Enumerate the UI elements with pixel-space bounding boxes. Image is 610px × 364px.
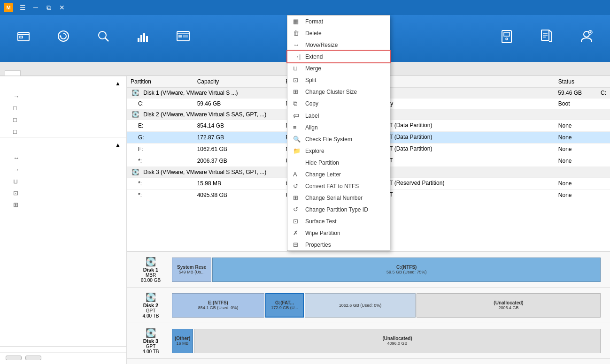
data-recovery-icon <box>56 29 71 47</box>
restore-button[interactable]: ⧉ <box>43 2 54 13</box>
disk-map-row-2: 💽 Disk 2 GPT 4.00 TBE:(NTFS) 854.1 GB (U… <box>127 288 610 323</box>
toolbar-partition-recovery[interactable] <box>85 25 122 53</box>
undo-button[interactable] <box>25 356 41 360</box>
disk-part-1-0[interactable]: System Rese 549 MB (Us... <box>172 258 211 282</box>
disk-part-2-1[interactable]: G:(FAT... 172.9 GB (U... <box>265 293 304 318</box>
disk-part-3-1[interactable]: (Unallocated) 4096.0 GB <box>194 329 601 353</box>
sidebar-move-resize[interactable]: ↔ <box>0 152 126 164</box>
copy-icon: ⧉ <box>293 100 301 107</box>
toolbar-space-analyzer[interactable] <box>164 25 202 53</box>
wizard-section[interactable]: ▲ <box>0 76 126 91</box>
minimize-button[interactable]: ─ <box>30 2 41 13</box>
context-menu-item-explore[interactable]: 📁 Explore <box>287 145 390 157</box>
context-menu-label-align: Align <box>305 124 318 131</box>
sidebar-copy-partition[interactable]: □ <box>0 102 126 114</box>
disk-map-area: 💽 Disk 1 MBR 60.00 GBSystem Rese 549 MB … <box>127 251 610 364</box>
context-menu-item-change-serial[interactable]: ⊞ Change Serial Number <box>287 192 390 204</box>
svg-rect-8 <box>140 35 142 42</box>
toolbar-data-backup[interactable] <box>5 25 42 53</box>
part-label: (Other) <box>175 336 190 341</box>
surface-test-icon: ⊡ <box>293 218 301 225</box>
context-menu-item-change-cluster[interactable]: ⊞ Change Cluster Size <box>287 86 390 98</box>
context-menu-item-delete[interactable]: 🗑 Delete <box>287 27 390 39</box>
context-menu-item-check-fs[interactable]: 🔍 Check File System <box>287 133 390 145</box>
part-sub: 1062.6 GB (Used: 0%) <box>339 303 382 308</box>
close-button[interactable]: ✕ <box>56 2 68 13</box>
svg-rect-13 <box>178 35 182 38</box>
sidebar-copy-disk[interactable]: □ <box>0 114 126 126</box>
change-serial-icon: ⊞ <box>293 194 301 201</box>
context-menu-item-merge[interactable]: ⊔ Merge <box>287 62 390 74</box>
disk-part-2-2[interactable]: 1062.6 GB (Used: 0%) <box>305 293 416 318</box>
sidebar-split-partition[interactable]: ⊡ <box>0 187 126 199</box>
toolbar-bootable-media[interactable] <box>488 25 525 53</box>
context-menu-item-label[interactable]: 🏷 Label <box>287 110 390 121</box>
manual-icon <box>539 29 554 47</box>
toolbar-data-recovery[interactable] <box>45 25 82 53</box>
wipe-partition-icon: ✗ <box>293 229 301 236</box>
context-menu-item-change-letter[interactable]: A Change Letter <box>287 168 390 180</box>
register-icon <box>579 29 594 47</box>
context-menu-item-convert-fat-ntfs[interactable]: ↺ Convert FAT to NTFS <box>287 180 390 192</box>
col-status: Status <box>555 76 610 88</box>
disk-map-3: (Other) 16 MB(Unallocated) 4096.0 GB <box>172 329 601 353</box>
disk-name: Disk 1 <box>143 267 158 273</box>
sidebar-extend-partition[interactable]: → <box>0 164 126 175</box>
disk-info-1: 💽 Disk 1 MBR 60.00 GB <box>130 257 172 283</box>
context-menu-item-surface-test[interactable]: ⊡ Surface Test <box>287 215 390 227</box>
part-sub: 549 MB (Us... <box>179 270 205 274</box>
hamburger-button[interactable]: ☰ <box>17 2 28 13</box>
context-menu-label-wipe-partition: Wipe Partition <box>305 230 340 236</box>
svg-rect-2 <box>20 36 23 38</box>
disk-map-2: E:(NTFS) 854.1 GB (Used: 0%)G:(FAT... 17… <box>172 293 601 318</box>
svg-rect-9 <box>143 33 145 42</box>
part-label: E:(NTFS) <box>208 300 228 305</box>
toolbar-register[interactable] <box>568 25 605 53</box>
context-menu-item-extend[interactable]: →| Extend <box>287 51 390 62</box>
toolbar-disk-benchmark[interactable] <box>124 25 162 53</box>
context-menu-item-wipe-partition[interactable]: ✗ Wipe Partition <box>287 227 390 239</box>
disk-info-3: 💽 Disk 3 GPT 4.00 TB <box>130 328 172 354</box>
context-menu-item-hide-partition[interactable]: — Hide Partition <box>287 157 390 168</box>
disk-part-1-1[interactable]: C:(NTFS) 59.5 GB (Used: 75%) <box>212 258 601 282</box>
disk-name: Disk 3 <box>143 338 158 344</box>
context-menu-label-format: Format <box>305 18 323 25</box>
disk-name: Disk 2 <box>143 303 158 308</box>
partition-management-tab[interactable] <box>5 70 21 76</box>
context-menu-label-properties: Properties <box>305 242 331 248</box>
change-cluster-icon: ⊞ <box>293 88 301 95</box>
explore-icon: 📁 <box>293 147 301 154</box>
disk-part-3-0[interactable]: (Other) 16 MB <box>172 329 193 353</box>
context-menu-label-label: Label <box>305 113 319 119</box>
sidebar-change-cluster-size[interactable]: ⊞ <box>0 199 126 211</box>
context-menu-label-copy: Copy <box>305 100 318 107</box>
context-menu-item-align[interactable]: ≡ Align <box>287 121 390 133</box>
disk-part-2-0[interactable]: E:(NTFS) 854.1 GB (Used: 0%) <box>172 293 264 318</box>
part-label: (Unallocated) <box>494 300 523 305</box>
disk-size: 4.00 TB <box>143 313 159 318</box>
change-cluster-icon: ⊞ <box>13 201 18 208</box>
context-menu-label-change-letter: Change Letter <box>305 171 341 178</box>
apply-button[interactable] <box>6 356 22 360</box>
sidebar-partition-recovery-wizard[interactable]: □ <box>0 126 126 137</box>
data-backup-icon <box>16 29 31 47</box>
context-menu-item-properties[interactable]: ⊟ Properties <box>287 239 390 250</box>
disk-size: 60.00 GB <box>141 278 161 283</box>
context-menu-label-merge: Merge <box>305 65 321 72</box>
partition-recovery-icon <box>96 29 111 47</box>
sidebar-migrate-os[interactable]: → <box>0 91 126 102</box>
context-menu-item-copy[interactable]: ⧉ Copy <box>287 98 390 110</box>
context-menu-item-split[interactable]: ⊡ Split <box>287 74 390 86</box>
context-menu-item-move-resize[interactable]: ↔ Move/Resize <box>287 39 390 51</box>
context-menu-item-format[interactable]: ▦ Format <box>287 15 390 27</box>
delete-icon: 🗑 <box>293 30 301 37</box>
disk-type: GPT <box>146 308 156 313</box>
change-partition-section[interactable]: ▲ <box>0 137 126 152</box>
toolbar-manual[interactable] <box>528 25 565 53</box>
format-icon: ▦ <box>293 18 301 25</box>
sidebar-merge-partition[interactable]: ⊔ <box>0 175 126 187</box>
convert-fat-ntfs-icon: ↺ <box>293 182 301 190</box>
disk-part-2-3[interactable]: (Unallocated) 2006.4 GB <box>417 293 601 318</box>
extend-partition-icon: → <box>13 166 19 173</box>
context-menu-item-change-type-id[interactable]: ↺ Change Partition Type ID <box>287 204 390 215</box>
